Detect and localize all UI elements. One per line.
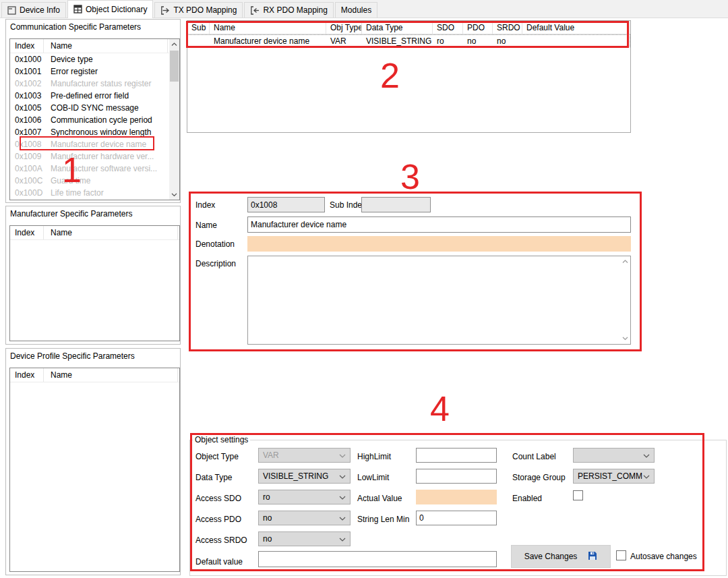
table-cell: no xyxy=(493,36,522,46)
access-pdo-select[interactable]: no xyxy=(258,511,351,525)
denotation-field[interactable] xyxy=(247,236,631,252)
highlimit-field[interactable] xyxy=(416,448,497,463)
index-label: Index xyxy=(195,200,215,210)
chevron-down-icon xyxy=(339,471,346,481)
list-item[interactable]: 0x1006Communication cycle period xyxy=(10,114,169,126)
count-label-select[interactable] xyxy=(573,448,655,463)
save-icon xyxy=(588,551,597,562)
list-item[interactable]: 0x1000Device type xyxy=(10,53,169,65)
tab-label: TX PDO Mapping xyxy=(173,5,237,15)
column-header[interactable]: Name xyxy=(210,21,326,34)
chevron-down-icon xyxy=(339,513,346,523)
tab-label: RX PDO Mapping xyxy=(263,5,327,15)
object-table-rows: Manufacturer device nameVARVISIBLE_STRIN… xyxy=(187,34,630,47)
list-item[interactable]: 0x1005COB-ID SYNC message xyxy=(10,102,169,114)
column-header-index[interactable]: Index xyxy=(10,226,44,239)
list-item[interactable]: 0x1009Manufacturer hardware ver... xyxy=(10,150,169,163)
list-header: Index Name xyxy=(10,368,179,382)
scroll-up-icon[interactable] xyxy=(169,39,179,49)
tab-object-dictionary[interactable]: Object Dictionary xyxy=(67,0,153,18)
tab-label: Object Dictionary xyxy=(86,5,147,14)
column-header[interactable]: SRDO xyxy=(493,21,522,34)
enabled-checkbox[interactable] xyxy=(573,490,583,500)
column-header-name[interactable]: Name xyxy=(44,39,168,53)
count-label-label: Count Label xyxy=(512,452,556,461)
column-header-name[interactable]: Name xyxy=(44,368,178,382)
access-srdo-select[interactable]: no xyxy=(258,531,351,546)
autosave-checkbox[interactable] xyxy=(616,550,626,560)
tab-tx-pdo-mapping[interactable]: TX PDO Mapping xyxy=(154,2,243,18)
table-row[interactable]: Manufacturer device nameVARVISIBLE_STRIN… xyxy=(187,34,630,47)
object-type-select[interactable]: VAR xyxy=(258,448,351,463)
list-item[interactable]: 0x1003Pre-defined error field xyxy=(10,90,169,102)
enabled-label: Enabled xyxy=(512,494,542,503)
vertical-scrollbar[interactable] xyxy=(169,39,179,200)
tab-device-info[interactable]: Device Info xyxy=(1,2,66,18)
annotation-number-4: 4 xyxy=(430,391,450,426)
object-entries-table: SubNameObj TypeData TypeSDOPDOSRDODefaul… xyxy=(187,20,631,133)
device-profile-params-panel: Device Profile Specific Parameters Index… xyxy=(5,348,181,575)
default-value-field[interactable] xyxy=(258,551,497,567)
scroll-down-icon[interactable] xyxy=(621,335,629,343)
object-table-header: SubNameObj TypeData TypeSDOPDOSRDODefaul… xyxy=(187,21,630,34)
manufacturer-params-list: Index Name xyxy=(9,225,180,341)
sub-index-field[interactable] xyxy=(361,197,431,212)
column-header[interactable]: Obj Type xyxy=(326,21,362,34)
column-header[interactable]: SDO xyxy=(433,21,463,34)
list-item[interactable]: 0x100AManufacturer software versi... xyxy=(10,163,169,175)
group-title: Object settings xyxy=(193,435,250,444)
tab-rx-pdo-mapping[interactable]: RX PDO Mapping xyxy=(244,2,333,18)
access-sdo-select[interactable]: ro xyxy=(258,490,351,504)
column-header[interactable]: Data Type xyxy=(362,21,433,34)
save-changes-button[interactable]: Save Changes xyxy=(511,545,611,568)
table-cell: VAR xyxy=(326,36,362,46)
chevron-down-icon xyxy=(339,534,346,544)
column-header[interactable]: Sub xyxy=(187,21,210,34)
chevron-down-icon xyxy=(643,451,650,460)
autosave-label: Autosave changes xyxy=(630,552,697,561)
panel-title: Communication Specific Parameters xyxy=(10,22,141,32)
denotation-label: Denotation xyxy=(195,239,235,249)
lowlimit-field[interactable] xyxy=(416,469,497,484)
list-item[interactable]: 0x100CGuard time xyxy=(10,175,169,187)
tab-modules[interactable]: Modules xyxy=(335,2,377,18)
index-field[interactable] xyxy=(247,197,325,212)
table-cell: VISIBLE_STRING xyxy=(362,36,433,46)
name-field[interactable] xyxy=(247,216,631,233)
table-cell: ro xyxy=(433,36,463,46)
table-cell: no xyxy=(463,36,493,46)
list-item[interactable]: 0x1002Manufacturer status register xyxy=(10,78,169,90)
actual-value-field[interactable] xyxy=(416,490,497,504)
column-header[interactable]: Default Value xyxy=(522,21,630,34)
list-header: Index Name xyxy=(10,39,169,53)
chevron-down-icon xyxy=(339,451,346,460)
list-header: Index Name xyxy=(10,226,179,240)
actual-value-label: Actual Value xyxy=(357,494,402,503)
tab-label: Device Info xyxy=(20,5,60,15)
list-item[interactable]: 0x1008Manufacturer device name xyxy=(10,138,169,150)
highlimit-label: HighLimit xyxy=(357,452,391,461)
list-item[interactable]: 0x1001Error register xyxy=(10,65,169,78)
scrollbar-thumb[interactable] xyxy=(170,51,179,82)
button-label: Save Changes xyxy=(524,552,578,561)
name-label: Name xyxy=(195,221,217,230)
object-dictionary-icon xyxy=(73,5,82,13)
column-header-index[interactable]: Index xyxy=(10,39,44,53)
table-cell: Manufacturer device name xyxy=(210,36,326,46)
selected-value: VISIBLE_STRING xyxy=(263,471,339,481)
description-textarea[interactable] xyxy=(247,256,631,345)
device-profile-params-list: Index Name xyxy=(9,368,180,572)
selected-value: VAR xyxy=(263,451,339,460)
scroll-up-icon[interactable] xyxy=(621,258,629,266)
column-header-name[interactable]: Name xyxy=(44,226,178,239)
column-header[interactable]: PDO xyxy=(463,21,493,34)
access-srdo-label: Access SRDO xyxy=(195,536,247,545)
list-item[interactable]: 0x1007Synchronous window length xyxy=(10,126,169,138)
selected-value: no xyxy=(263,534,339,544)
storage-group-select[interactable]: PERSIST_COMM xyxy=(573,469,655,484)
data-type-select[interactable]: VISIBLE_STRING xyxy=(258,469,351,484)
column-header-index[interactable]: Index xyxy=(10,368,44,382)
list-item[interactable]: 0x100DLife time factor xyxy=(10,187,169,199)
scroll-down-icon[interactable] xyxy=(169,190,179,200)
string-len-min-field[interactable] xyxy=(416,511,497,525)
